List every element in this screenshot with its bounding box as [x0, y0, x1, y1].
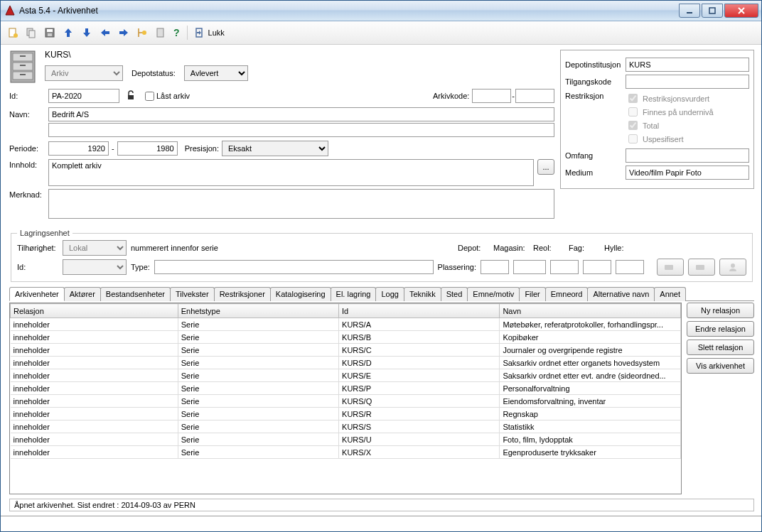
svg-rect-10: [47, 29, 53, 32]
svg-point-6: [14, 33, 18, 38]
table-row[interactable]: inneholderSerieKURS/DSaksarkiv ordnet et…: [11, 357, 681, 369]
tab-arkivenheter[interactable]: Arkivenheter: [9, 287, 65, 301]
depotstatus-select[interactable]: Avlevert: [184, 65, 248, 81]
table-row[interactable]: inneholderSerieKURS/UFoto, film, lydoppt…: [11, 433, 681, 446]
tree-add-icon[interactable]: [134, 25, 150, 40]
arkivkode1-field[interactable]: [472, 89, 511, 103]
exit-icon: [195, 27, 206, 38]
close-toolbar-label: Lukk: [208, 28, 225, 37]
arrow-right-icon[interactable]: [116, 25, 132, 40]
navn-field[interactable]: [48, 107, 554, 121]
magasin-label: Magasin:: [493, 244, 529, 252]
lag-btn1[interactable]: [657, 259, 684, 276]
svg-rect-2: [709, 8, 715, 13]
view-entity-button[interactable]: Vis arkivenhet: [687, 358, 754, 374]
omfang-label: Omfang: [565, 151, 626, 160]
tab-katalogisering[interactable]: Katalogisering: [270, 287, 331, 301]
magasin-field[interactable]: [513, 260, 546, 274]
column-header[interactable]: Enhetstype: [178, 304, 338, 318]
lag-btn2[interactable]: [688, 259, 715, 276]
lag-btn3[interactable]: [719, 259, 746, 276]
chk-uspes: [628, 134, 638, 143]
table-row[interactable]: inneholderSerieKURS/XEgenproduserte tryk…: [11, 446, 681, 459]
tab-alternative-navn[interactable]: Alternative navn: [587, 287, 655, 301]
tab-emneord[interactable]: Emneord: [545, 287, 589, 301]
table-row[interactable]: inneholderSerieKURS/QEiendomsforvaltning…: [11, 395, 681, 408]
hylle-field[interactable]: [616, 260, 644, 274]
arkivkode2-field[interactable]: [515, 89, 554, 103]
arrow-down-icon[interactable]: [79, 25, 95, 40]
id-field[interactable]: [48, 89, 119, 103]
tilgang-field[interactable]: [626, 75, 749, 89]
arrow-left-icon[interactable]: [97, 25, 113, 40]
table-row[interactable]: inneholderSerieKURS/BKopibøker: [11, 331, 681, 344]
depot-label: Depot:: [458, 244, 489, 252]
help-icon[interactable]: ?: [171, 25, 182, 40]
lag-id-select[interactable]: [63, 259, 127, 275]
innhold-field[interactable]: [48, 159, 534, 186]
column-header[interactable]: Id: [339, 304, 500, 318]
tab-tilvekster[interactable]: Tilvekster: [170, 287, 215, 301]
svg-marker-13: [83, 28, 90, 37]
lagring-fieldset: Lagringsenhet Tilhørighet: Lokal nummere…: [11, 229, 753, 282]
arrow-up-icon[interactable]: [60, 25, 76, 40]
tab-logg[interactable]: Logg: [375, 287, 404, 301]
tab-bestandsenheter[interactable]: Bestandsenheter: [100, 287, 171, 301]
nummerert-label: nummerert innenfor serie: [131, 244, 218, 252]
table-row[interactable]: inneholderSerieKURS/AMøtebøker, referatp…: [11, 318, 681, 331]
save-icon[interactable]: [42, 25, 58, 40]
document-icon[interactable]: [153, 25, 168, 40]
relations-grid[interactable]: RelasjonEnhetstypeIdNavn inneholderSerie…: [9, 303, 682, 494]
tab-teknikk[interactable]: Teknikk: [404, 287, 441, 301]
presisjon-select[interactable]: Eksakt: [222, 141, 328, 156]
tab-annet[interactable]: Annet: [654, 287, 686, 301]
svg-rect-1: [687, 12, 692, 13]
table-row[interactable]: inneholderSerieKURS/RRegnskap: [11, 408, 681, 420]
depot-field[interactable]: [481, 260, 509, 274]
breadcrumb: KURS\: [45, 50, 554, 60]
close-button[interactable]: [724, 4, 758, 18]
locked-checkbox[interactable]: [145, 92, 154, 101]
delete-relation-button[interactable]: Slett relasjon: [687, 340, 754, 355]
column-header[interactable]: Relasjon: [11, 304, 178, 318]
tilh-select[interactable]: Lokal: [63, 240, 127, 256]
new-relation-button[interactable]: Ny relasjon: [687, 303, 754, 318]
table-row[interactable]: inneholderSerieKURS/CJournaler og overgr…: [11, 344, 681, 357]
tab-filer[interactable]: Filer: [519, 287, 545, 301]
table-row[interactable]: inneholderSerieKURS/ESaksarkiv ordnet et…: [11, 369, 681, 382]
periode-from-field[interactable]: [48, 141, 109, 156]
column-header[interactable]: Navn: [500, 304, 681, 318]
periode-to-field[interactable]: [117, 141, 178, 156]
navn-field-2[interactable]: [48, 123, 554, 137]
tab-restriksjoner[interactable]: Restriksjoner: [214, 287, 271, 301]
edit-relation-button[interactable]: Endre relasjon: [687, 321, 754, 337]
tilgang-label: Tilgangskode: [565, 77, 626, 86]
table-row[interactable]: inneholderSerieKURS/SStatistikk: [11, 420, 681, 433]
medium-field[interactable]: [626, 165, 749, 180]
svg-rect-28: [20, 74, 26, 75]
fag-field[interactable]: [583, 260, 611, 274]
tab-sted[interactable]: Sted: [441, 287, 468, 301]
maximize-button[interactable]: [702, 4, 723, 18]
minimize-button[interactable]: [679, 4, 700, 18]
type-select[interactable]: Arkiv: [45, 65, 123, 81]
arkivkode-label: Arkivkode:: [433, 92, 469, 100]
omfang-field[interactable]: [626, 148, 749, 163]
tab-akt-rer[interactable]: Aktører: [64, 287, 101, 301]
copy-icon[interactable]: [23, 25, 39, 40]
reol-field[interactable]: [550, 260, 579, 274]
depotinst-field[interactable]: [626, 58, 749, 72]
lag-type-field[interactable]: [154, 260, 434, 274]
fag-label: Fag:: [569, 244, 600, 252]
table-row[interactable]: inneholderSerieKURS/PPersonalforvaltning: [11, 382, 681, 395]
window-title: Asta 5.4 - Arkivenhet: [19, 6, 679, 16]
lagring-legend: Lagringsenhet: [17, 229, 73, 237]
new-icon[interactable]: [5, 25, 21, 40]
svg-rect-19: [157, 28, 163, 37]
restriksjon-label: Restriksjon: [565, 92, 626, 100]
tab-el-lagring[interactable]: El. lagring: [331, 287, 377, 301]
innhold-expand-button[interactable]: ...: [537, 159, 554, 175]
tab-emne-motiv[interactable]: Emne/motiv: [467, 287, 520, 301]
merknad-field[interactable]: [48, 189, 554, 219]
close-toolbar-button[interactable]: Lukk: [193, 25, 227, 40]
